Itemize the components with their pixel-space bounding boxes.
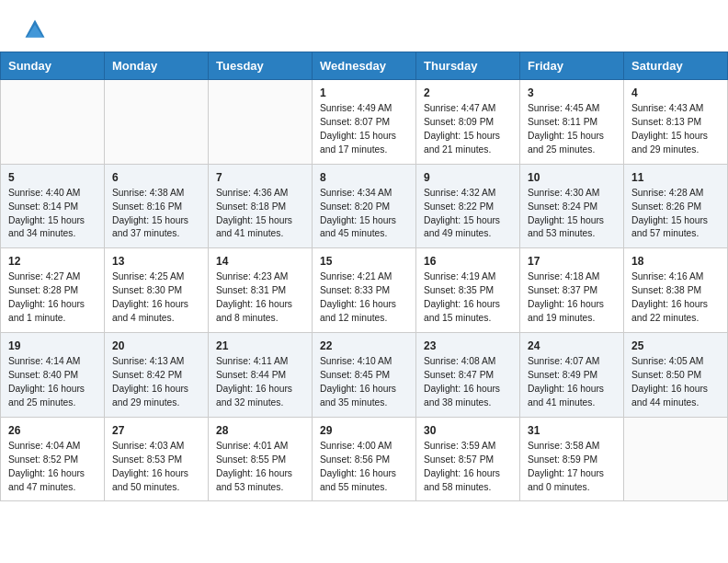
day-info: Sunrise: 3:59 AMSunset: 8:57 PMDaylight:… (424, 440, 512, 495)
day-info: Sunrise: 4:10 AMSunset: 8:45 PMDaylight:… (320, 355, 408, 410)
day-header-tuesday: Tuesday (209, 52, 313, 80)
day-header-sunday: Sunday (1, 52, 105, 80)
calendar-cell: 20Sunrise: 4:13 AMSunset: 8:42 PMDayligh… (105, 333, 209, 418)
day-info: Sunrise: 4:27 AMSunset: 8:28 PMDaylight:… (8, 270, 97, 326)
day-info: Sunrise: 3:58 AMSunset: 8:59 PMDaylight:… (528, 440, 616, 495)
day-header-thursday: Thursday (416, 52, 520, 80)
week-row-4: 19Sunrise: 4:14 AMSunset: 8:40 PMDayligh… (1, 333, 728, 418)
day-number: 1 (320, 86, 408, 99)
day-number: 17 (528, 255, 616, 268)
day-number: 29 (320, 424, 408, 437)
calendar-cell: 30Sunrise: 3:59 AMSunset: 8:57 PMDayligh… (416, 417, 520, 501)
week-row-1: 1Sunrise: 4:49 AMSunset: 8:07 PMDaylight… (1, 80, 728, 165)
day-info: Sunrise: 4:49 AMSunset: 8:07 PMDaylight:… (320, 102, 408, 157)
week-row-5: 26Sunrise: 4:04 AMSunset: 8:52 PMDayligh… (1, 417, 728, 501)
day-number: 23 (424, 339, 512, 352)
day-info: Sunrise: 4:07 AMSunset: 8:49 PMDaylight:… (528, 355, 616, 410)
week-row-2: 5Sunrise: 4:40 AMSunset: 8:14 PMDaylight… (1, 164, 728, 248)
day-number: 28 (216, 424, 304, 437)
calendar-cell: 7Sunrise: 4:36 AMSunset: 8:18 PMDaylight… (209, 164, 313, 248)
calendar-cell: 21Sunrise: 4:11 AMSunset: 8:44 PMDayligh… (209, 333, 313, 418)
logo-icon (22, 17, 48, 42)
calendar-cell: 5Sunrise: 4:40 AMSunset: 8:14 PMDaylight… (1, 164, 105, 248)
calendar-cell: 29Sunrise: 4:00 AMSunset: 8:56 PMDayligh… (313, 417, 416, 501)
day-number: 25 (631, 339, 720, 352)
day-number: 21 (216, 339, 304, 352)
calendar-cell (624, 417, 728, 501)
calendar-cell: 28Sunrise: 4:01 AMSunset: 8:55 PMDayligh… (209, 417, 313, 501)
calendar-cell: 14Sunrise: 4:23 AMSunset: 8:31 PMDayligh… (209, 248, 313, 333)
calendar-cell: 27Sunrise: 4:03 AMSunset: 8:53 PMDayligh… (105, 417, 209, 501)
day-info: Sunrise: 4:21 AMSunset: 8:33 PMDaylight:… (320, 270, 408, 326)
week-row-3: 12Sunrise: 4:27 AMSunset: 8:28 PMDayligh… (1, 248, 728, 333)
calendar-cell: 9Sunrise: 4:32 AMSunset: 8:22 PMDaylight… (416, 164, 520, 248)
day-info: Sunrise: 4:00 AMSunset: 8:56 PMDaylight:… (320, 440, 408, 495)
day-info: Sunrise: 4:05 AMSunset: 8:50 PMDaylight:… (631, 355, 720, 410)
day-info: Sunrise: 4:08 AMSunset: 8:47 PMDaylight:… (424, 355, 512, 410)
day-number: 15 (320, 255, 408, 268)
day-info: Sunrise: 4:03 AMSunset: 8:53 PMDaylight:… (112, 440, 200, 495)
logo (22, 17, 51, 42)
calendar-cell: 24Sunrise: 4:07 AMSunset: 8:49 PMDayligh… (520, 333, 624, 418)
day-number: 14 (216, 255, 304, 268)
day-info: Sunrise: 4:04 AMSunset: 8:52 PMDaylight:… (8, 440, 97, 495)
day-info: Sunrise: 4:40 AMSunset: 8:14 PMDaylight:… (8, 187, 97, 242)
day-number: 8 (320, 171, 408, 184)
page-header (0, 0, 728, 52)
day-info: Sunrise: 4:25 AMSunset: 8:30 PMDaylight:… (112, 270, 200, 326)
day-info: Sunrise: 4:16 AMSunset: 8:38 PMDaylight:… (631, 270, 720, 326)
day-number: 2 (424, 86, 512, 99)
calendar-cell: 15Sunrise: 4:21 AMSunset: 8:33 PMDayligh… (313, 248, 416, 333)
day-number: 3 (528, 86, 616, 99)
day-number: 27 (112, 424, 200, 437)
calendar-cell (209, 80, 313, 165)
day-header-friday: Friday (520, 52, 624, 80)
calendar-cell: 12Sunrise: 4:27 AMSunset: 8:28 PMDayligh… (1, 248, 105, 333)
calendar-cell: 18Sunrise: 4:16 AMSunset: 8:38 PMDayligh… (624, 248, 728, 333)
day-headers-row: SundayMondayTuesdayWednesdayThursdayFrid… (1, 52, 728, 80)
day-info: Sunrise: 4:01 AMSunset: 8:55 PMDaylight:… (216, 440, 304, 495)
day-number: 10 (528, 171, 616, 184)
calendar-cell: 6Sunrise: 4:38 AMSunset: 8:16 PMDaylight… (105, 164, 209, 248)
calendar-cell: 23Sunrise: 4:08 AMSunset: 8:47 PMDayligh… (416, 333, 520, 418)
day-number: 5 (8, 171, 97, 184)
calendar-cell: 3Sunrise: 4:45 AMSunset: 8:11 PMDaylight… (520, 80, 624, 165)
day-number: 19 (8, 339, 97, 352)
day-info: Sunrise: 4:23 AMSunset: 8:31 PMDaylight:… (216, 270, 304, 326)
day-number: 4 (631, 86, 720, 99)
day-number: 12 (8, 255, 97, 268)
day-number: 13 (112, 255, 200, 268)
day-header-saturday: Saturday (624, 52, 728, 80)
day-info: Sunrise: 4:36 AMSunset: 8:18 PMDaylight:… (216, 187, 304, 242)
calendar-cell: 31Sunrise: 3:58 AMSunset: 8:59 PMDayligh… (520, 417, 624, 501)
day-info: Sunrise: 4:30 AMSunset: 8:24 PMDaylight:… (528, 187, 616, 242)
day-number: 16 (424, 255, 512, 268)
day-number: 22 (320, 339, 408, 352)
calendar-cell: 25Sunrise: 4:05 AMSunset: 8:50 PMDayligh… (624, 333, 728, 418)
calendar-cell: 2Sunrise: 4:47 AMSunset: 8:09 PMDaylight… (416, 80, 520, 165)
day-info: Sunrise: 4:18 AMSunset: 8:37 PMDaylight:… (528, 270, 616, 326)
calendar-cell: 16Sunrise: 4:19 AMSunset: 8:35 PMDayligh… (416, 248, 520, 333)
day-number: 20 (112, 339, 200, 352)
calendar-cell: 19Sunrise: 4:14 AMSunset: 8:40 PMDayligh… (1, 333, 105, 418)
calendar-cell: 1Sunrise: 4:49 AMSunset: 8:07 PMDaylight… (313, 80, 416, 165)
day-number: 26 (8, 424, 97, 437)
day-info: Sunrise: 4:38 AMSunset: 8:16 PMDaylight:… (112, 187, 200, 242)
calendar-cell: 13Sunrise: 4:25 AMSunset: 8:30 PMDayligh… (105, 248, 209, 333)
day-info: Sunrise: 4:34 AMSunset: 8:20 PMDaylight:… (320, 187, 408, 242)
calendar-cell: 22Sunrise: 4:10 AMSunset: 8:45 PMDayligh… (313, 333, 416, 418)
day-info: Sunrise: 4:14 AMSunset: 8:40 PMDaylight:… (8, 355, 97, 410)
day-info: Sunrise: 4:19 AMSunset: 8:35 PMDaylight:… (424, 270, 512, 326)
calendar-cell (1, 80, 105, 165)
day-info: Sunrise: 4:43 AMSunset: 8:13 PMDaylight:… (631, 102, 720, 157)
day-info: Sunrise: 4:47 AMSunset: 8:09 PMDaylight:… (424, 102, 512, 157)
day-number: 24 (528, 339, 616, 352)
day-info: Sunrise: 4:28 AMSunset: 8:26 PMDaylight:… (631, 187, 720, 242)
calendar-cell: 17Sunrise: 4:18 AMSunset: 8:37 PMDayligh… (520, 248, 624, 333)
day-header-wednesday: Wednesday (313, 52, 416, 80)
day-info: Sunrise: 4:32 AMSunset: 8:22 PMDaylight:… (424, 187, 512, 242)
day-info: Sunrise: 4:45 AMSunset: 8:11 PMDaylight:… (528, 102, 616, 157)
calendar-cell (105, 80, 209, 165)
day-number: 31 (528, 424, 616, 437)
day-number: 11 (631, 171, 720, 184)
